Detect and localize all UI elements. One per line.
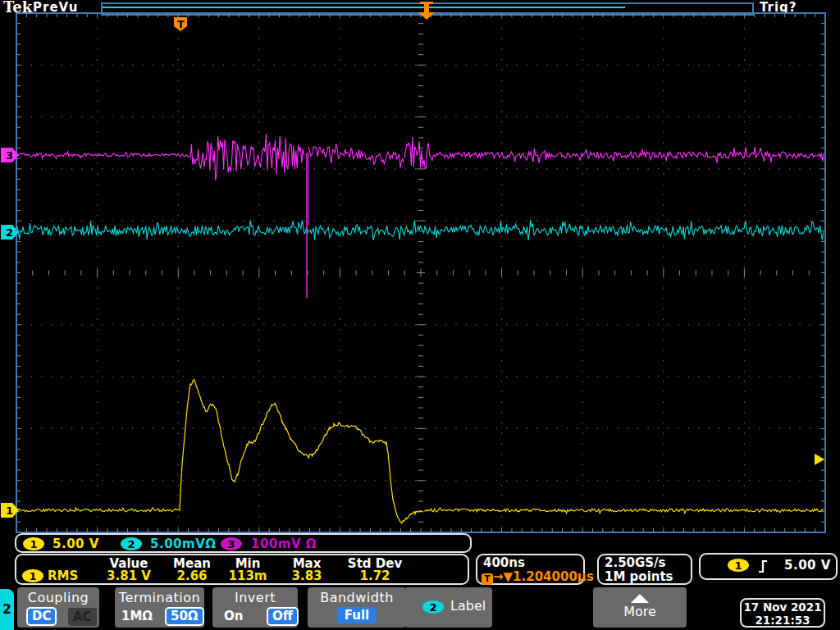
menu-channel-tab[interactable]: 2 <box>0 589 14 630</box>
channel-scale-readouts: 1 5.00 V 2 5.00mVΩ 3 100mV Ω <box>15 533 472 553</box>
coupling-title: Coupling <box>17 590 99 605</box>
trigger-readout: 1 5.00 V <box>699 553 838 580</box>
record-length: 1M points <box>605 569 673 584</box>
ch2-badge: 2 <box>121 537 142 550</box>
meas-name: RMS <box>48 568 78 583</box>
svg-text:3: 3 <box>6 149 13 162</box>
sample-rate: 2.50GS/s <box>605 555 666 570</box>
invert-on-option[interactable]: On <box>224 609 243 623</box>
termination-50ohm-option[interactable]: 50Ω <box>165 607 204 626</box>
invert-title: Invert <box>212 590 298 605</box>
time-text: 21:21:53 <box>742 614 824 627</box>
svg-text:T: T <box>177 18 185 30</box>
termination-button[interactable]: Termination 1MΩ 50Ω <box>115 587 204 628</box>
trigger-t-icon: T <box>482 573 493 585</box>
ch3-badge: 3 <box>221 537 242 550</box>
bandwidth-full-option[interactable]: Full <box>337 607 377 623</box>
timebase-scale: 400ns <box>483 555 525 570</box>
label-title: Label <box>450 598 486 614</box>
meas-ch-badge: 1 <box>22 569 43 582</box>
measurement-table: Value Mean Min Max Std Dev 1 RMS 3.81 V … <box>15 554 469 585</box>
invert-off-option[interactable]: Off <box>267 607 299 626</box>
termination-1m-option[interactable]: 1MΩ <box>121 609 153 623</box>
coupling-ac-option[interactable]: AC <box>68 608 97 626</box>
label-channel-badge: 2 <box>422 600 444 614</box>
datetime-box: 17 Nov 2021 21:21:53 <box>740 598 825 628</box>
waveform-display: 321T <box>0 0 840 555</box>
more-title: More <box>593 604 687 619</box>
meas-stddev: 1.72 <box>359 568 390 583</box>
ch2-scale: 5.00mVΩ <box>150 536 217 551</box>
more-button[interactable]: More <box>593 587 687 628</box>
rising-edge-icon <box>758 559 769 573</box>
termination-title: Termination <box>115 590 204 605</box>
meas-max: 3.83 <box>291 568 322 583</box>
coupling-button[interactable]: Coupling DC AC <box>17 587 99 628</box>
date-text: 17 Nov 2021 <box>742 600 824 614</box>
delay-readout: T→▼1.204000µs <box>482 569 594 585</box>
coupling-dc-option[interactable]: DC <box>26 607 57 626</box>
delay-arrows-icon: →▼ <box>493 569 513 584</box>
trigger-source-badge: 1 <box>728 559 749 572</box>
bandwidth-button[interactable]: Bandwidth Full <box>308 587 406 628</box>
more-up-triangle-icon <box>631 594 649 603</box>
svg-text:2: 2 <box>6 226 13 239</box>
acquisition-readout: 2.50GS/s 1M points <box>597 554 692 585</box>
oscilloscope-screen: Tek PreVu Trig? 321T 1 5.00 V 2 5.00mVΩ … <box>0 0 840 630</box>
meas-min: 113m <box>229 568 267 583</box>
ch3-scale: 100mV Ω <box>251 536 317 551</box>
ch1-badge: 1 <box>23 537 44 550</box>
invert-button[interactable]: Invert On Off <box>212 587 298 628</box>
label-button[interactable]: 2 Label <box>404 587 492 628</box>
trigger-level: 5.00 V <box>784 558 831 573</box>
bandwidth-title: Bandwidth <box>308 590 406 605</box>
meas-value: 3.81 V <box>107 568 151 583</box>
meas-mean: 2.66 <box>176 568 207 583</box>
ch1-scale: 5.00 V <box>52 536 99 551</box>
svg-text:1: 1 <box>6 504 13 517</box>
timebase-readout: 400ns T→▼1.204000µs <box>476 554 585 585</box>
